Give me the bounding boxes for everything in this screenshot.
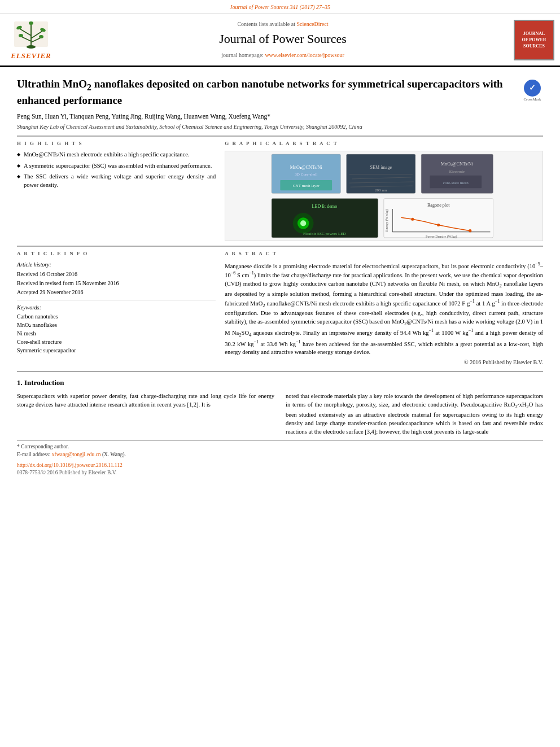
highlight-item-3: The SSC delivers a wide working voltage …: [17, 173, 216, 189]
svg-text:3D Core-shell: 3D Core-shell: [295, 172, 317, 177]
elsevier-logo: ELSEVIER: [6, 19, 56, 61]
journal-header: ELSEVIER Contents lists available at Sci…: [0, 14, 560, 67]
received-date: Received 16 October 2016: [17, 270, 216, 278]
main-content: Ultrathin MnO2 nanoflakes deposited on c…: [0, 67, 560, 482]
abstract-text: Manganese dioxide is a promising electro…: [225, 261, 543, 357]
svg-text:SEM image: SEM image: [370, 165, 392, 170]
intro-text-col2: noted that electrode materials play a ke…: [286, 392, 543, 436]
accepted-date: Accepted 29 November 2016: [17, 289, 216, 296]
revised-label: Received in revised form 15 November 201…: [17, 279, 216, 287]
highlight-item-2: A symmetric supercapacitor (SSC) was ass…: [17, 162, 216, 171]
email-link[interactable]: xfwang@tongji.edu.cn: [52, 452, 101, 457]
intro-body: Supercapacitors with superior power dens…: [17, 392, 543, 436]
sciencedirect-link[interactable]: ScienceDirect: [296, 21, 328, 27]
svg-point-9: [39, 35, 43, 38]
keyword-5: Symmetric supercapacitor: [17, 347, 216, 355]
divider-after-affiliation: [17, 136, 543, 137]
svg-text:LED lit demo: LED lit demo: [312, 204, 338, 209]
svg-text:Energy (Wh/kg): Energy (Wh/kg): [385, 209, 389, 231]
svg-text:Electrode: Electrode: [449, 169, 465, 174]
graphical-abstract-box: MnO₂@CNTs/Ni 3D Core-shell CNT mesh laye…: [225, 151, 543, 241]
svg-text:200 nm: 200 nm: [375, 188, 387, 193]
svg-text:Power Density (W/kg): Power Density (W/kg): [426, 235, 457, 239]
page: Journal of Power Sources 341 (2017) 27–3…: [0, 0, 560, 747]
svg-point-8: [19, 34, 23, 37]
keywords-section: Keywords: Carbon nanotubes MnO₂ nanoflak…: [17, 304, 216, 355]
highlights-graphical-section: H I G H L I G H T S MnO₂@CNTs/Ni mesh el…: [17, 140, 543, 241]
article-history-label: Article history:: [17, 261, 216, 269]
issn-line: 0378-7753/© 2016 Published by Elsevier B…: [17, 470, 117, 475]
homepage-line: journal homepage: www.elsevier.com/locat…: [62, 51, 504, 59]
article-info-abstract-section: A R T I C L E I N F O Article history: R…: [17, 250, 543, 367]
highlights-col: H I G H L I G H T S MnO₂@CNTs/Ni mesh el…: [17, 140, 216, 241]
svg-point-43: [469, 229, 472, 232]
intro-title: 1. Introduction: [17, 378, 543, 388]
graphical-abstract-col: G R A P H I C A L A B S T R A C T MnO₂@C…: [225, 140, 543, 241]
svg-text:Flexible SSC powers LED: Flexible SSC powers LED: [303, 231, 346, 236]
affiliation-line: Shanghai Key Lab of Chemical Assessment …: [17, 123, 543, 131]
journal-title: Journal of Power Sources: [62, 30, 504, 48]
svg-text:core-shell mesh: core-shell mesh: [443, 181, 469, 185]
svg-point-11: [27, 45, 36, 49]
journal-logo-right: JOURNALOF POWERSOURCES: [509, 20, 554, 60]
svg-text:CNT mesh layer: CNT mesh layer: [293, 184, 320, 188]
jps-logo-icon: JOURNALOF POWERSOURCES: [514, 20, 554, 60]
highlight-item-1: MnO₂@CNTs/Ni mesh electrode exhibits a h…: [17, 151, 216, 159]
divider-before-intro: [17, 371, 543, 372]
doi-link[interactable]: http://dx.doi.org/10.1016/j.jpowsour.201…: [17, 462, 123, 468]
keywords-divider: [17, 300, 216, 300]
email-note: E-mail address: xfwang@tongji.edu.cn (X.…: [17, 451, 543, 458]
crossmark: ✓ CrossMark: [522, 80, 543, 103]
elsevier-tree-icon: [11, 19, 51, 50]
copyright-line: © 2016 Published by Elsevier B.V.: [225, 359, 543, 366]
citation-bar: Journal of Power Sources 341 (2017) 27–3…: [0, 0, 560, 14]
svg-point-41: [412, 218, 414, 221]
article-info-heading: A R T I C L E I N F O: [17, 250, 216, 257]
svg-text:MnO₂@CNTs/Ni: MnO₂@CNTs/Ni: [290, 165, 323, 170]
divider-after-highlights: [17, 246, 543, 247]
highlights-list: MnO₂@CNTs/Ni mesh electrode exhibits a h…: [17, 151, 216, 190]
article-info-col: A R T I C L E I N F O Article history: R…: [17, 250, 216, 367]
keyword-3: Ni mesh: [17, 330, 216, 338]
journal-center: Contents lists available at ScienceDirec…: [62, 20, 504, 59]
elsevier-label: ELSEVIER: [11, 51, 51, 61]
intro-col1: Supercapacitors with superior power dens…: [17, 392, 274, 436]
svg-text:MnO₂@CNTs/Ni: MnO₂@CNTs/Ni: [441, 161, 474, 167]
footer-bar: http://dx.doi.org/10.1016/j.jpowsour.201…: [17, 462, 543, 477]
crossmark-icon: ✓: [524, 80, 541, 97]
homepage-url[interactable]: www.elsevier.com/locate/jpowsour: [265, 52, 344, 58]
graphical-abstract-heading: G R A P H I C A L A B S T R A C T: [225, 140, 543, 147]
abstract-heading: A B S T R A C T: [225, 250, 543, 257]
keywords-label: Keywords:: [17, 304, 216, 312]
svg-point-42: [437, 224, 440, 226]
sciencedirect-line: Contents lists available at ScienceDirec…: [62, 20, 504, 28]
svg-rect-17: [347, 154, 415, 193]
intro-text-col1: Supercapacitors with superior power dens…: [17, 392, 274, 409]
footnote-section: * Corresponding author. E-mail address: …: [17, 440, 543, 458]
svg-text:Ragone plot: Ragone plot: [427, 203, 450, 208]
journal-citation: Journal of Power Sources 341 (2017) 27–3…: [230, 4, 330, 10]
svg-point-33: [300, 220, 306, 226]
abstract-col: A B S T R A C T Manganese dioxide is a p…: [225, 250, 543, 367]
mno2-subscript: 2: [87, 82, 91, 92]
article-title: Ultrathin MnO2 nanoflakes deposited on c…: [17, 77, 516, 107]
highlights-heading: H I G H L I G H T S: [17, 140, 216, 147]
intro-section: 1. Introduction Supercapacitors with sup…: [17, 378, 543, 436]
keyword-4: Core-shell structure: [17, 338, 216, 346]
svg-point-10: [29, 21, 33, 25]
intro-col2: noted that electrode materials play a ke…: [286, 392, 543, 436]
keyword-2: MnO₂ nanoflakes: [17, 321, 216, 329]
crossmark-label: CrossMark: [523, 97, 541, 103]
authors-line: Peng Sun, Huan Yi, Tianquan Peng, Yuting…: [17, 112, 543, 121]
keyword-1: Carbon nanotubes: [17, 313, 216, 321]
graphical-abstract-svg: MnO₂@CNTs/Ni 3D Core-shell CNT mesh laye…: [225, 151, 542, 241]
article-title-section: Ultrathin MnO2 nanoflakes deposited on c…: [17, 77, 543, 107]
corresponding-note: * Corresponding author.: [17, 443, 543, 451]
